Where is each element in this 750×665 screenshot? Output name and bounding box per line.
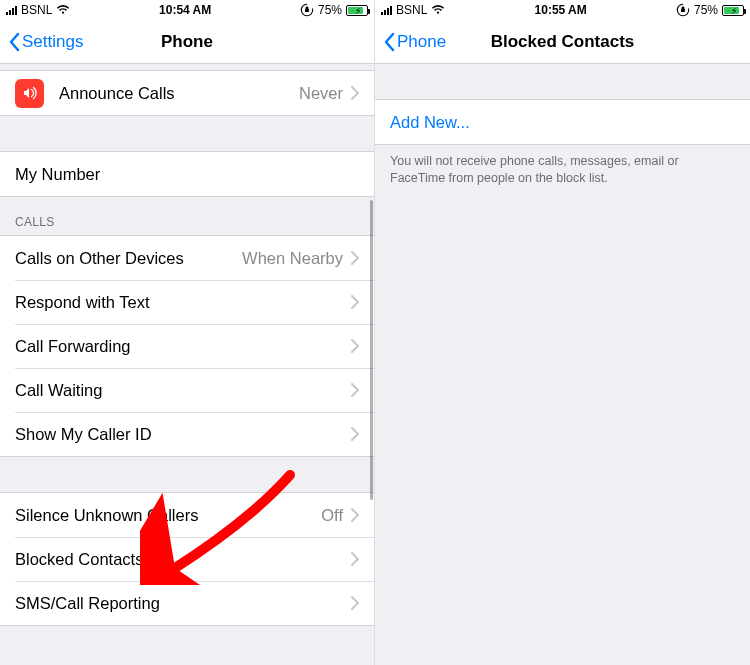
row-detail: When Nearby xyxy=(242,249,343,268)
row-label: Silence Unknown Callers xyxy=(15,506,321,525)
chevron-right-icon xyxy=(351,339,359,353)
add-new-label: Add New... xyxy=(390,113,735,132)
screen-phone-settings: BSNL 10:54 AM 75% ⚡︎ Settings Phone xyxy=(0,0,375,665)
row-detail: Off xyxy=(321,506,343,525)
chevron-left-icon xyxy=(383,32,395,52)
battery-icon: ⚡︎ xyxy=(722,5,744,16)
chevron-right-icon xyxy=(351,508,359,522)
nav-bar: Phone Blocked Contacts xyxy=(375,20,750,64)
row-silence-unknown[interactable]: Silence Unknown Callers Off xyxy=(0,493,374,537)
row-label: Show My Caller ID xyxy=(15,425,351,444)
battery-percent-label: 75% xyxy=(318,3,342,17)
carrier-label: BSNL xyxy=(21,3,52,17)
block-list-footer: You will not receive phone calls, messag… xyxy=(375,145,750,193)
row-sms-call-reporting[interactable]: SMS/Call Reporting xyxy=(0,581,374,625)
row-label: Respond with Text xyxy=(15,293,351,312)
row-my-number[interactable]: My Number xyxy=(0,152,374,196)
row-label: Announce Calls xyxy=(59,84,299,103)
row-label: Call Waiting xyxy=(15,381,351,400)
battery-percent-label: 75% xyxy=(694,3,718,17)
status-bar: BSNL 10:54 AM 75% ⚡︎ xyxy=(0,0,374,20)
row-label: SMS/Call Reporting xyxy=(15,594,351,613)
row-call-waiting[interactable]: Call Waiting xyxy=(0,368,374,412)
cell-signal-icon xyxy=(6,5,17,15)
clock-label: 10:54 AM xyxy=(159,3,211,17)
chevron-right-icon xyxy=(351,596,359,610)
row-respond-with-text[interactable]: Respond with Text xyxy=(0,280,374,324)
row-label: Blocked Contacts xyxy=(15,550,351,569)
blocked-scroll[interactable]: Add New... You will not receive phone ca… xyxy=(375,64,750,665)
carrier-label: BSNL xyxy=(396,3,427,17)
nav-bar: Settings Phone xyxy=(0,20,374,64)
back-label: Settings xyxy=(22,32,83,52)
row-detail: Never xyxy=(299,84,343,103)
chevron-right-icon xyxy=(351,251,359,265)
rotation-lock-icon xyxy=(300,3,314,17)
row-blocked-contacts[interactable]: Blocked Contacts xyxy=(0,537,374,581)
section-header-calls: Calls xyxy=(0,197,374,235)
chevron-right-icon xyxy=(351,383,359,397)
add-new-button[interactable]: Add New... xyxy=(375,100,750,144)
chevron-right-icon xyxy=(351,86,359,100)
back-button[interactable]: Settings xyxy=(8,32,83,52)
row-calls-other-devices[interactable]: Calls on Other Devices When Nearby xyxy=(0,236,374,280)
battery-icon: ⚡︎ xyxy=(346,5,368,16)
wifi-icon xyxy=(56,5,70,15)
row-label: Call Forwarding xyxy=(15,337,351,356)
clock-label: 10:55 AM xyxy=(535,3,587,17)
chevron-right-icon xyxy=(351,552,359,566)
row-label: Calls on Other Devices xyxy=(15,249,242,268)
scrollbar-thumb[interactable] xyxy=(370,200,373,500)
speaker-icon xyxy=(15,79,44,108)
row-call-forwarding[interactable]: Call Forwarding xyxy=(0,324,374,368)
settings-scroll[interactable]: Announce Calls Never My Number Calls Cal… xyxy=(0,64,374,665)
chevron-right-icon xyxy=(351,427,359,441)
cell-signal-icon xyxy=(381,5,392,15)
rotation-lock-icon xyxy=(676,3,690,17)
status-bar: BSNL 10:55 AM 75% ⚡︎ xyxy=(375,0,750,20)
screen-blocked-contacts: BSNL 10:55 AM 75% ⚡︎ Phone Blocked Conta… xyxy=(375,0,750,665)
row-show-caller-id[interactable]: Show My Caller ID xyxy=(0,412,374,456)
chevron-right-icon xyxy=(351,295,359,309)
back-button[interactable]: Phone xyxy=(383,32,446,52)
chevron-left-icon xyxy=(8,32,20,52)
row-announce-calls[interactable]: Announce Calls Never xyxy=(0,71,374,115)
wifi-icon xyxy=(431,5,445,15)
row-label: My Number xyxy=(15,165,359,184)
back-label: Phone xyxy=(397,32,446,52)
